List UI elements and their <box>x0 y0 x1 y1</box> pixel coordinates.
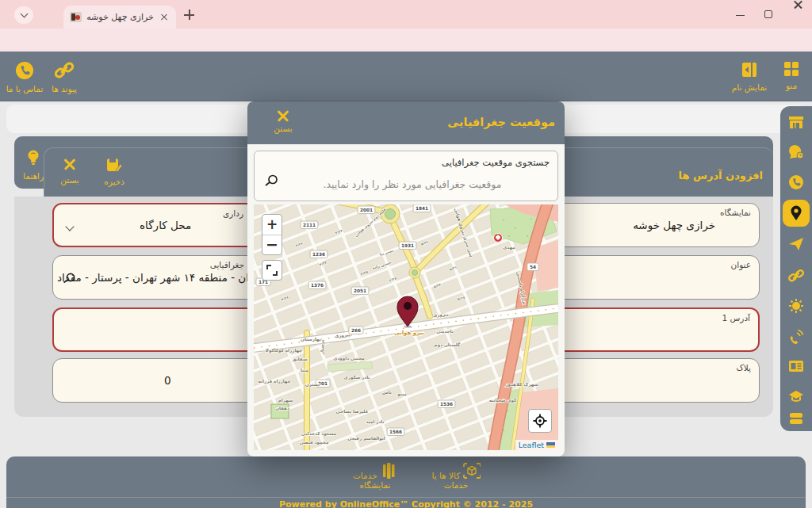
window-minimize-button[interactable] <box>736 10 745 16</box>
modal-header: موقعیت جغرافیایی بستن <box>247 101 565 144</box>
fullscreen-icon <box>267 265 277 275</box>
locate-target-icon <box>533 414 547 428</box>
svg-text:ناجدینی: ناجدینی <box>436 329 454 334</box>
svg-text:مینو: مینو <box>396 392 407 397</box>
ukraine-flag-icon <box>546 442 555 448</box>
tab-title: خرازی چهل خوشه <box>86 12 154 22</box>
svg-text:مهدی: مهدی <box>503 245 515 250</box>
svg-text:علیرضا نساجی: علیرضا نساجی <box>336 409 369 414</box>
zoom-out-button[interactable]: − <box>262 235 282 255</box>
cube-scan-icon <box>463 463 481 479</box>
svg-text:چهارراه فرزانه: چهارراه فرزانه <box>258 379 290 384</box>
site-favicon-icon <box>70 12 82 22</box>
send-icon[interactable] <box>788 236 804 252</box>
columns-icon <box>380 463 397 479</box>
svg-text:54: 54 <box>530 265 536 269</box>
tab-search-button[interactable] <box>14 6 33 24</box>
svg-text:چهارراه کوکاکولا: چهارراه کوکاکولا <box>266 348 302 353</box>
storefront-icon[interactable] <box>788 114 804 130</box>
svg-text:مجتبی داوودی: مجتبی داوودی <box>333 356 365 361</box>
phone-icon <box>15 61 34 80</box>
nav-menu[interactable]: منو <box>774 61 809 90</box>
window-maximize-button[interactable] <box>764 10 772 18</box>
map-canvas: 2001184121111931123620511376171266201153… <box>254 204 558 450</box>
svg-text:بهارستان: بهارستان <box>301 337 321 342</box>
map-locate-button[interactable] <box>528 409 552 433</box>
zoom-in-button[interactable]: + <box>262 215 282 235</box>
geo-location-modal: موقعیت جغرافیایی بستن جستجوی موقعیت جغرا… <box>247 101 565 456</box>
svg-text:ابوالقاسم رفیعی: ابوالقاسم رفیعی <box>347 436 385 441</box>
geo-search-box: جستجوی موقعیت جغرافیایی <box>254 151 558 201</box>
new-tab-button[interactable] <box>184 10 194 20</box>
geo-search-input[interactable] <box>282 172 543 196</box>
svg-text:2051: 2051 <box>354 288 366 293</box>
svg-text:266: 266 <box>351 328 361 333</box>
map-fullscreen-button[interactable] <box>262 260 282 281</box>
save-button[interactable]: ذخیره <box>90 158 138 186</box>
search-icon <box>264 174 278 188</box>
stacked-bars-icon[interactable] <box>788 411 804 426</box>
browser-tab[interactable]: خرازی چهل خوشه <box>63 6 176 29</box>
close-form-button[interactable]: بستن <box>46 158 94 185</box>
menu-grid-icon <box>783 61 799 77</box>
chain-link-icon[interactable] <box>788 268 804 284</box>
geo-search-label: جستجوی موقعیت جغرافیایی <box>442 157 550 168</box>
svg-text:شقایق: شقایق <box>293 357 308 362</box>
browser-window: خرازی چهل خوشه 40khoushe.hamsayab.com/EC… <box>0 0 812 508</box>
close-icon <box>277 109 289 122</box>
svg-text:مسعود کدخدایی: مسعود کدخدایی <box>301 431 337 437</box>
svg-text:1536: 1536 <box>440 402 453 407</box>
phone-circle-icon[interactable] <box>788 174 804 190</box>
svg-text:1236: 1236 <box>312 252 325 257</box>
chat-bubble-icon[interactable] <box>788 144 804 160</box>
graduation-cap-icon[interactable] <box>788 388 804 404</box>
svg-text:1931: 1931 <box>401 243 414 248</box>
chevron-down-icon <box>20 10 28 18</box>
news-card-icon[interactable] <box>788 358 804 374</box>
panel-title: افزودن آدرس ها <box>679 170 763 181</box>
save-icon <box>106 158 122 172</box>
svg-text:کوی شعبانیه: کوی شعبانیه <box>489 398 517 403</box>
svg-text:1841: 1841 <box>416 206 428 211</box>
quick-sidebar <box>780 106 812 431</box>
site-navbar: تماس با ما پیوند ها <box>0 52 812 101</box>
tab-close-icon[interactable] <box>159 12 170 23</box>
close-icon <box>63 158 76 170</box>
location-pin-icon <box>789 205 803 221</box>
leaflet-link[interactable]: Leaflet <box>519 441 544 449</box>
svg-text:یاس: یاس <box>382 390 392 395</box>
svg-text:نسترن: نسترن <box>305 382 320 388</box>
leaflet-map[interactable]: 2001184121111931123620511376171266201153… <box>254 204 558 450</box>
nav-links[interactable]: پیوند ها <box>44 61 84 94</box>
map-attribution: Leaflet <box>515 440 558 450</box>
svg-text:2001: 2001 <box>360 208 373 212</box>
search-icon <box>63 272 76 285</box>
svg-text:1376: 1376 <box>311 283 324 288</box>
window-close-button[interactable] <box>793 0 802 10</box>
svg-text:محمود فیضی: محمود فیضی <box>300 440 329 445</box>
show-name-panel-icon <box>741 61 758 78</box>
tab-strip: خرازی چهل خوشه <box>0 0 812 29</box>
footer-divider <box>6 497 806 498</box>
svg-text:پرستار: پرستار <box>320 340 325 356</box>
svg-text:نیرو هوایی: نیرو هوایی <box>394 330 424 336</box>
sun-icon[interactable] <box>788 298 804 314</box>
svg-text:نادر شکوری: نادر شکوری <box>344 375 370 380</box>
map-zoom-control: + − <box>262 214 282 255</box>
copyright-text: Powered by OnlineOffice™ Copyright © 201… <box>0 499 812 508</box>
svg-text:شهرک کلاهدوز: شهرک کلاهدوز <box>504 382 538 388</box>
svg-text:مینا: مینا <box>301 368 309 372</box>
modal-close-button[interactable]: بستن <box>263 109 303 133</box>
lightbulb-icon <box>25 149 41 166</box>
nav-contact-us[interactable]: تماس با ما <box>3 61 46 94</box>
nav-show-name[interactable]: نمایش نام <box>728 61 771 92</box>
svg-text:1566: 1566 <box>389 430 402 434</box>
footer-showroom-services[interactable]: خدمات نمایشگاه <box>339 463 411 490</box>
modal-title: موقعیت جغرافیایی <box>447 116 555 128</box>
browser-toolbar: 40khoushe.hamsayab.com/ECS/Market/Detail… <box>0 29 812 52</box>
location-pin-active[interactable] <box>783 200 810 227</box>
footer-goods-services[interactable]: کالا ها یا خدمات <box>420 463 492 490</box>
svg-text:دهقان: دهقان <box>275 406 289 411</box>
link-icon <box>54 61 75 80</box>
phone-waves-icon[interactable] <box>788 328 804 344</box>
